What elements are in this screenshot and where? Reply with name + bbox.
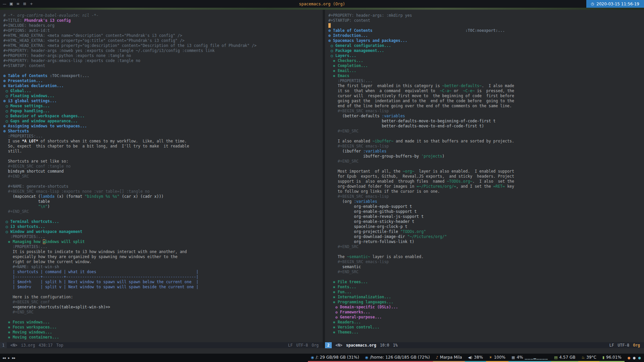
buffer-line — [328, 249, 644, 254]
cpu-icon: ▦ — [512, 355, 515, 360]
tray-redshift-icon[interactable]: ● — [628, 356, 631, 360]
buffer-line — [3, 214, 323, 219]
text-run: org-download-image-dir — [328, 234, 407, 239]
tray-network-icon[interactable]: ● — [633, 356, 636, 360]
buffer-line: ✱ Focus windows... — [3, 320, 323, 325]
system-tray: ●●● — [625, 354, 644, 362]
text-run: ⊕ Introduction... — [328, 33, 368, 38]
buffer-line: org-enable-reveal-js-support t — [328, 214, 644, 219]
module-volume[interactable]: ◀)38% — [465, 354, 486, 362]
text-run: #+NAME: generate-shortcuts — [3, 184, 68, 189]
text-run: #+BEGIN_SRC emacs-lisp — [328, 259, 389, 264]
text-run: better-defaults-move-to-beginning-of-cod… — [328, 119, 496, 123]
buffer-line: #+STARTUP: content — [3, 63, 323, 68]
buffer-line: ✿ Domain-specific (DSLs)... — [328, 305, 644, 310]
buffer-line: ○ Window and workspace management — [3, 229, 323, 234]
module-battery[interactable]: ▮96.01% — [599, 354, 625, 362]
window-icon-4[interactable]: ⊞ — [22, 2, 27, 6]
text-run: | $mod+v | split v | Next window to spaw… — [3, 285, 199, 289]
buffer-line: #+TITLE: Phundrak's i3 config — [3, 18, 323, 23]
buffer-line: So, expect this chapter to be a bit long… — [3, 144, 323, 149]
buffer-line: #+PROPERTY: header-args :noweb yes :expo… — [3, 48, 323, 53]
buffer-line: |-----------+---------+-----------------… — [3, 275, 323, 280]
text-run: table — [3, 199, 50, 204]
text-run: :TOC:noexport:... — [466, 28, 505, 33]
text-run: I use — [3, 139, 22, 143]
text-run: ✱ Version control... — [328, 325, 379, 329]
module-temperature[interactable]: ♨39°C — [578, 354, 599, 362]
buffer-line: #+HTML_HEAD_EXTRA: <meta property="og:ti… — [3, 38, 323, 43]
module-memory[interactable]: ▤4.57 GB — [551, 354, 578, 362]
buffer-name: i3.org — [21, 343, 35, 348]
text-run: #+END_SRC — [328, 129, 359, 133]
buffer-line: still. — [3, 149, 323, 154]
window-number: 2 — [325, 342, 332, 348]
text-run: . I also made — [482, 83, 514, 88]
text-run: ) — [442, 154, 444, 159]
buffer-line: better-defaults-move-to-beginning-of-cod… — [328, 119, 644, 124]
text-run: ✱ Emacs — [328, 73, 349, 78]
temperature-icon: ♨ — [581, 355, 585, 360]
window-icon-2[interactable]: ▣ — [9, 2, 13, 6]
text-run: ⊕ Variables declaration... — [3, 83, 64, 88]
buffer-line: | $mod+v | split v | Next window to spaw… — [3, 285, 323, 290]
desktop: —▣≡⊞+ spacemacs.org (Org) ◷ 2020-03-15 1… — [0, 0, 644, 362]
window-spacemacs-org: #+PROPERTY: header-args: :mkdirp yes#+ST… — [325, 10, 644, 348]
module-cpu[interactable]: ▦4%▁▁▁▂▁▁▁▁ — [508, 354, 551, 362]
text-run: #+INCLUDE: headers.org — [3, 23, 54, 28]
module-brightness[interactable]: ☀100% — [486, 354, 508, 362]
buffer-line: Shortcuts are set like so: — [3, 159, 323, 164]
play-pause-icon[interactable]: ▸ — [8, 356, 10, 360]
text-run: Shortcuts are set like so: — [3, 159, 68, 164]
text-run — [3, 204, 38, 209]
text-run: #+BEGIN_SRC emacs-lisp :exports none :va… — [3, 189, 150, 194]
buffer-line: support is also enabled through files na… — [328, 179, 644, 184]
clock-text: 2020-03-15 11:56-19 — [596, 2, 639, 6]
text-run: ~ibuffer~ — [373, 139, 393, 143]
major-mode: Org — [633, 343, 640, 348]
text-run: It is possible to indicate to i3 how win… — [3, 249, 187, 254]
buffer-spacemacs-org[interactable]: #+PROPERTY: header-args: :mkdirp yes#+ST… — [325, 10, 644, 342]
module-disk-root[interactable]: ◉/: 29 GB/98 GB (31%) — [308, 354, 362, 362]
text-run: ✱ Fonts... — [328, 285, 356, 289]
text-run: . I also set the — [472, 179, 514, 184]
modeline-left: 1 <N> i3.org 438:17 Top LF UTF-8 Org — [0, 342, 323, 348]
window-icon-3[interactable]: ≡ — [16, 2, 20, 6]
text-run: #+END_SRC — [328, 159, 359, 164]
buffer-i3-org[interactable]: # -*- org-confirm-babel-evaluate: nil -*… — [0, 10, 323, 342]
text-run: cursor will respectively first move to t… — [328, 94, 514, 98]
window-icon-5[interactable]: + — [29, 2, 34, 6]
text-run: or — [451, 88, 463, 93]
buffer-name: spacemacs.org — [346, 343, 376, 348]
text-run: ✱ Focus workspaces... — [3, 325, 57, 329]
previous-track-icon[interactable]: ◂◂ — [2, 356, 6, 360]
window-divider[interactable] — [323, 10, 325, 348]
text-run: (better-defaults — [328, 114, 382, 118]
buffer-line: #+END_SRC — [3, 209, 323, 214]
buffer-line: #+END_SRC — [328, 269, 644, 275]
buffer-line: org-download-image-dir "~/Pictures/org/" — [328, 234, 644, 239]
clock-module[interactable]: ◷ 2020-03-15 11:56-19 — [586, 0, 644, 8]
text-run: #+TITLE: — [3, 18, 24, 23]
next-track-icon[interactable]: ▸▸ — [12, 356, 15, 360]
text-run: ~C-e~ — [463, 88, 475, 93]
buffer-line: | $mod+h | split h | Next window to spaw… — [3, 280, 323, 285]
buffer-line: #+NAME: split-win-sh — [3, 264, 323, 269]
buffer-line: #+OPTIONS: auto-id:t — [3, 28, 323, 33]
emacs-frame: # -*- org-confirm-babel-evaluate: nil -*… — [0, 10, 644, 348]
clock-icon: ◷ — [591, 2, 594, 6]
text-run: ⊕ Assigning windows to workspaces... — [3, 124, 87, 128]
buffer-line: ✱ Themes... — [328, 330, 644, 335]
buffer-line: ○ Popup handling... — [3, 109, 323, 114]
window-icon-1[interactable]: — — [2, 2, 7, 6]
module-disk-home[interactable]: ◉/home: 126 GB/185 GB (72%) — [362, 354, 433, 362]
buffer-line: #+PROPERTY: header-args: :mkdirp yes — [328, 13, 644, 18]
buffer-line: Most important of all, the ~org~ layer i… — [328, 169, 644, 174]
buffer-line: #+BEGIN_SRC emacs-lisp — [328, 109, 644, 114]
text-run: of shortcuts when it comes to my workflo… — [38, 139, 187, 143]
tray-bluetooth-icon[interactable]: ● — [638, 356, 641, 360]
buffer-line: (mapconcat (lambda (x) (format "bindsym … — [3, 194, 323, 199]
module-now-playing[interactable]: ♪Marpa Mila — [433, 354, 465, 362]
buffer-line: it so that when a command equivalent to … — [328, 88, 644, 94]
eol-indicator: LF — [609, 343, 614, 348]
